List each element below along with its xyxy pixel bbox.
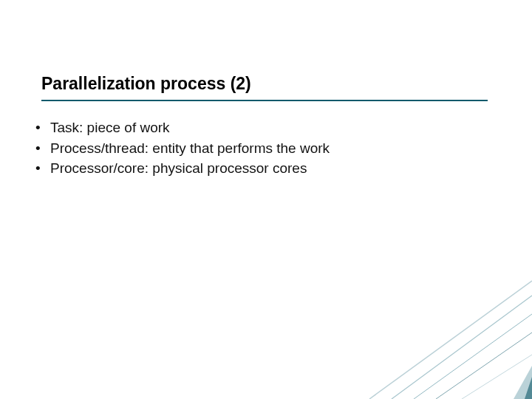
svg-line-3 bbox=[436, 332, 532, 399]
title-block: Parallelization process (2) bbox=[41, 74, 488, 101]
slide-title: Parallelization process (2) bbox=[41, 74, 488, 100]
bullet-list: Task: piece of work Process/thread: enti… bbox=[30, 118, 488, 180]
corner-decoration bbox=[340, 251, 532, 399]
svg-line-0 bbox=[369, 281, 532, 399]
list-item: Process/thread: entity that performs the… bbox=[30, 139, 488, 158]
svg-marker-6 bbox=[514, 366, 532, 399]
list-item: Processor/core: physical processor cores bbox=[30, 159, 488, 178]
slide: Parallelization process (2) Task: piece … bbox=[0, 0, 532, 399]
svg-marker-5 bbox=[525, 377, 532, 399]
svg-line-4 bbox=[462, 355, 532, 399]
svg-line-2 bbox=[414, 314, 532, 399]
list-item: Task: piece of work bbox=[30, 118, 488, 137]
title-underline bbox=[41, 100, 488, 101]
svg-line-1 bbox=[392, 296, 532, 399]
